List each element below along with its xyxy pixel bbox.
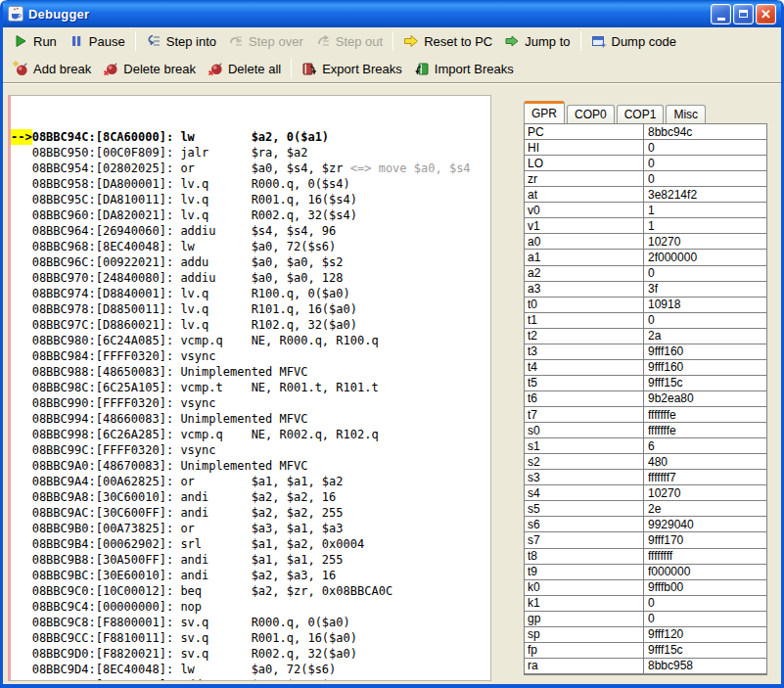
register-value[interactable]: 9fff15c <box>644 643 766 658</box>
register-row[interactable]: s2 480 <box>525 454 766 470</box>
register-row[interactable]: LO 0 <box>525 156 766 171</box>
register-row[interactable]: sp 9fff120 <box>525 627 766 643</box>
register-row[interactable]: HI 0 <box>525 140 766 156</box>
register-value[interactable]: 0 <box>644 596 766 611</box>
register-row[interactable]: t4 9fff160 <box>525 360 766 376</box>
reset-to-pc-button[interactable]: Reset to PC <box>397 31 498 51</box>
register-value[interactable]: 2a <box>644 329 766 344</box>
register-value[interactable]: fffffffe <box>644 407 766 422</box>
disassembly-line[interactable]: 08BBC980:[6C24A085]:vcmp.qNE, R000.q, R1… <box>11 333 490 348</box>
register-row[interactable]: at 3e8214f2 <box>525 187 766 203</box>
register-value[interactable]: 9fff120 <box>644 627 766 642</box>
disassembly-line[interactable]: 08BBC988:[48650083]:Unimplemented MFVC <box>11 364 490 380</box>
register-row[interactable]: a2 0 <box>525 266 766 282</box>
register-row[interactable]: v0 1 <box>525 203 766 218</box>
register-row[interactable]: zr 0 <box>525 171 766 187</box>
register-row[interactable]: t7 fffffffe <box>525 407 766 423</box>
register-row[interactable]: fp 9fff15c <box>525 643 766 659</box>
disassembly-line[interactable]: 08BBC958:[DA800001]:lv.qR000.q, 0($s4) <box>11 176 490 192</box>
register-row[interactable]: PC 8bbc94c <box>525 124 766 140</box>
import-breaks-button[interactable]: Import Breaks <box>408 59 520 78</box>
register-row[interactable]: s6 9929040 <box>525 517 766 532</box>
register-value[interactable]: 0 <box>644 156 766 170</box>
register-row[interactable]: ra 8bbc958 <box>525 659 766 674</box>
disassembly-line[interactable]: -->08BBC94C:[8CA60000]:lw$a2, 0($a1) <box>11 129 490 145</box>
register-tab[interactable]: Misc <box>666 105 706 123</box>
disassembly-line[interactable]: 08BBC960:[DA820021]:lv.qR002.q, 32($s4) <box>11 207 490 223</box>
disassembly-line[interactable]: 08BBC9D0:[F8820021]:sv.qR002.q, 32($a0) <box>11 646 490 662</box>
maximize-button[interactable] <box>733 4 754 24</box>
register-value[interactable]: 0 <box>644 171 766 186</box>
disassembly-line[interactable]: 08BBC9C8:[F8800001]:sv.qR000.q, 0($a0) <box>11 615 490 630</box>
register-row[interactable]: k1 0 <box>525 596 766 612</box>
step-out-button[interactable]: Step out <box>309 31 389 51</box>
register-row[interactable]: k0 9fffb00 <box>525 580 766 596</box>
disassembly-line[interactable]: 08BBC970:[24840080]:addiu$a0, $a0, 128 <box>11 270 490 286</box>
disassembly-line[interactable]: 08BBC978:[D8850011]:lv.qR101.q, 16($a0) <box>11 301 490 317</box>
jump-to-button[interactable]: Jump to <box>498 31 576 51</box>
disassembly-line[interactable]: 08BBC9B0:[00A73825]:or$a3, $a1, $a3 <box>11 521 490 536</box>
register-value[interactable]: 9fffb00 <box>644 580 766 595</box>
disassembly-line[interactable]: 08BBC950:[00C0F809]:jalr$ra, $a2 <box>11 145 490 161</box>
register-value[interactable]: 10270 <box>644 485 766 500</box>
register-row[interactable]: gp 0 <box>525 612 766 627</box>
register-value[interactable]: 0 <box>644 313 766 328</box>
disassembly-line[interactable]: 08BBC990:[FFFF0320]:vsync <box>11 395 490 411</box>
register-row[interactable]: t2 2a <box>525 329 766 344</box>
disassembly-line[interactable]: 08BBC954:[02802025]:or$a0, $s4, $zr <=> … <box>11 161 490 176</box>
register-row[interactable]: a0 10270 <box>525 234 766 250</box>
close-button[interactable]: ✕ <box>756 4 776 24</box>
register-value[interactable]: 480 <box>644 454 766 469</box>
register-value[interactable]: fffffff7 <box>644 470 766 484</box>
register-value[interactable]: f000000 <box>644 565 766 579</box>
disassembly-line[interactable]: 08BBC9A8:[30C60010]:andi$a2, $a2, 16 <box>11 489 490 505</box>
disassembly-line[interactable]: 08BBC968:[8EC40048]:lw$a0, 72($s6) <box>11 239 490 254</box>
add-break-button[interactable]: Add break <box>7 59 97 78</box>
disassembly-panel[interactable]: -->08BBC94C:[8CA60000]:lw$a2, 0($a1)08BB… <box>8 95 491 681</box>
disassembly-line[interactable]: 08BBC98C:[6C25A105]:vcmp.tNE, R001.t, R1… <box>11 380 490 395</box>
register-value[interactable]: 9fff160 <box>644 360 766 375</box>
register-value[interactable]: 3f <box>644 282 766 297</box>
minimize-button[interactable] <box>711 4 731 24</box>
register-row[interactable]: t6 9b2ea80 <box>525 391 766 407</box>
register-value[interactable]: 10918 <box>644 298 766 312</box>
disassembly-line[interactable]: 08BBC9CC:[F8810011]:sv.qR001.q, 16($a0) <box>11 630 490 646</box>
disassembly-line[interactable]: 08BBC9BC:[30E60010]:andi$a2, $a3, 16 <box>11 568 490 583</box>
register-row[interactable]: a1 2f000000 <box>525 250 766 265</box>
register-value[interactable]: 9b2ea80 <box>644 391 766 406</box>
disassembly-line[interactable]: 08BBC95C:[DA810011]:lv.qR001.q, 16($s4) <box>11 192 490 207</box>
register-value[interactable]: ffffffff <box>644 549 766 564</box>
step-into-button[interactable]: Step into <box>140 31 222 51</box>
disassembly-line[interactable]: 08BBC9D4:[8EC40048]:lw$a0, 72($s6) <box>11 662 490 677</box>
register-value[interactable]: 6 <box>644 438 766 453</box>
register-row[interactable]: s1 6 <box>525 438 766 454</box>
register-value[interactable]: 8bbc94c <box>644 124 766 139</box>
register-tab[interactable]: GPR <box>524 101 565 123</box>
register-value[interactable]: 3e8214f2 <box>644 187 766 202</box>
register-tab[interactable]: COP1 <box>617 105 665 123</box>
register-row[interactable]: s3 fffffff7 <box>525 470 766 485</box>
run-button[interactable]: Run <box>7 31 63 51</box>
register-value[interactable]: 2f000000 <box>644 250 766 264</box>
delete-all-button[interactable]: Delete all <box>202 59 287 78</box>
register-row[interactable]: t9 f000000 <box>525 565 766 580</box>
disassembly-line[interactable]: 08BBC998:[6C26A285]:vcmp.qNE, R002.q, R1… <box>11 427 490 442</box>
disassembly-line[interactable]: 08BBC97C:[D8860021]:lv.qR102.q, 32($a0) <box>11 317 490 333</box>
register-row[interactable]: t5 9fff15c <box>525 376 766 391</box>
title-bar[interactable]: Debugger ✕ <box>3 0 781 27</box>
register-row[interactable]: v1 1 <box>525 218 766 234</box>
export-breaks-button[interactable]: Export Breaks <box>296 59 408 78</box>
disassembly-line[interactable]: 08BBC9D8:[00922021]:addu$a0, $a0, $s2 <box>11 677 490 681</box>
register-value[interactable]: 0 <box>644 140 766 155</box>
disassembly-line[interactable]: 08BBC984:[FFFF0320]:vsync <box>11 348 490 364</box>
register-value[interactable]: 1 <box>644 218 766 233</box>
disassembly-line[interactable]: 08BBC9C0:[10C00012]:beq$a2, $zr, 0x08BBC… <box>11 583 490 599</box>
register-value[interactable]: 0 <box>644 612 766 626</box>
disassembly-line[interactable]: 08BBC99C:[FFFF0320]:vsync <box>11 442 490 458</box>
register-row[interactable]: t8 ffffffff <box>525 549 766 565</box>
disassembly-line[interactable]: 08BBC994:[48660083]:Unimplemented MFVC <box>11 411 490 427</box>
register-value[interactable]: 1 <box>644 203 766 217</box>
register-value[interactable]: 10270 <box>644 234 766 249</box>
register-row[interactable]: s7 9fff170 <box>525 532 766 548</box>
register-row[interactable]: s0 fffffffe <box>525 423 766 438</box>
